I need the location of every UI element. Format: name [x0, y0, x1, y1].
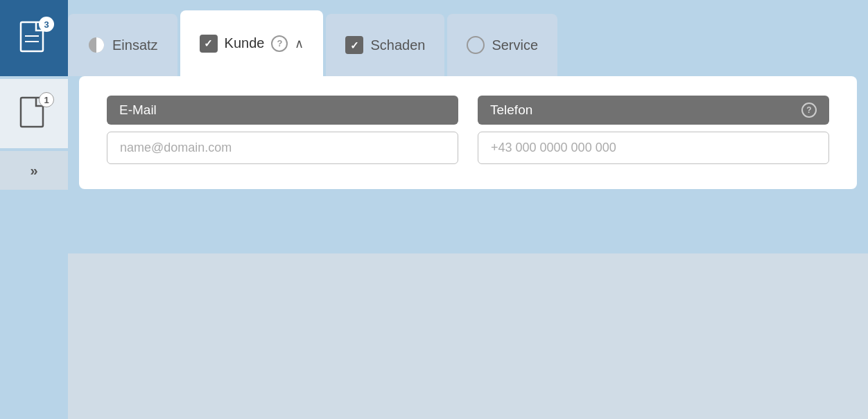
email-label: E-Mail [119, 102, 157, 118]
kunde-collapse-icon[interactable]: ∧ [295, 36, 304, 51]
email-label-bar: E-Mail [107, 96, 458, 125]
sidebar-item-top[interactable]: 3 [0, 0, 68, 76]
form-row: E-Mail Telefon ? [107, 96, 829, 164]
bottom-area [68, 253, 868, 420]
service-circle-icon [467, 36, 485, 54]
telefon-label: Telefon [490, 102, 532, 118]
email-input[interactable] [107, 132, 458, 164]
checkmark: ✓ [204, 38, 213, 48]
doc-icon-top: 3 [19, 21, 49, 55]
schaden-check-icon: ✓ [345, 36, 363, 54]
sidebar-item-second[interactable]: 1 [0, 79, 68, 148]
tab-service-label: Service [492, 37, 538, 53]
kunde-help-icon[interactable]: ? [271, 35, 288, 52]
sidebar-badge-second: 1 [39, 92, 54, 107]
sidebar-item-more[interactable]: » [0, 151, 68, 190]
tab-schaden[interactable]: ✓ Schaden [326, 14, 444, 76]
kunde-check-icon: ✓ [200, 35, 218, 53]
sidebar-badge-top: 3 [39, 17, 54, 32]
email-field-container: E-Mail [107, 96, 458, 164]
tab-schaden-label: Schaden [370, 37, 425, 53]
telefon-field-container: Telefon ? [478, 96, 829, 164]
sidebar: 3 1 » [0, 0, 68, 419]
doc-icon-second: 1 [19, 96, 49, 131]
tab-einsatz-label: Einsatz [112, 37, 158, 53]
tab-kunde-label: Kunde [225, 35, 265, 51]
more-icon: » [30, 163, 37, 179]
tab-einsatz[interactable]: Einsatz [68, 14, 177, 76]
tab-bar: Einsatz ✓ Kunde ? ∧ ✓ Schaden Service [68, 0, 868, 76]
telefon-help-icon[interactable]: ? [801, 102, 817, 118]
telefon-input[interactable] [478, 132, 829, 164]
telefon-label-bar: Telefon ? [478, 96, 829, 125]
content-area: E-Mail Telefon ? [68, 76, 868, 253]
form-card: E-Mail Telefon ? [79, 76, 857, 189]
einsatz-icon [87, 36, 105, 54]
tab-kunde[interactable]: ✓ Kunde ? ∧ [180, 10, 324, 76]
main-content: Einsatz ✓ Kunde ? ∧ ✓ Schaden Service [68, 0, 868, 419]
tab-service[interactable]: Service [447, 14, 557, 76]
checkmark-schaden: ✓ [350, 40, 359, 51]
